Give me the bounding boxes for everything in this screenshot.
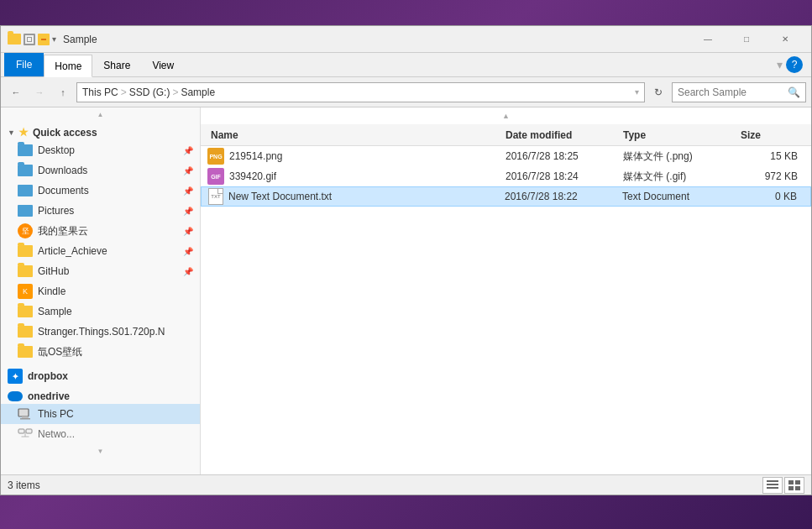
file-name-1: 219514.png	[229, 150, 282, 162]
thispc-icon	[18, 406, 33, 422]
sidebar-item-desktop[interactable]: Desktop 📌	[1, 140, 200, 160]
sidebar-item-thispc[interactable]: This PC	[1, 404, 200, 424]
help-button[interactable]: ?	[786, 56, 803, 73]
pin-icon-downloads: 📌	[183, 166, 193, 175]
svg-rect-2	[20, 418, 30, 420]
forward-button[interactable]: →	[29, 82, 50, 102]
file-name-cell-1: PNG 219514.png	[207, 148, 502, 165]
search-icon[interactable]: 🔍	[788, 86, 800, 98]
network-icon	[18, 427, 33, 442]
sidebar-item-sample[interactable]: Sample	[1, 301, 200, 322]
quick-access-chevron: ▼	[8, 128, 15, 137]
tab-share[interactable]: Share	[92, 55, 141, 76]
up-button[interactable]: ↑	[53, 82, 73, 102]
svg-rect-1	[22, 416, 29, 418]
close-button[interactable]: ✕	[766, 26, 804, 53]
sidebar-item-article-achieve[interactable]: Article_Achieve 📌	[1, 241, 200, 261]
breadcrumb-item-sample[interactable]: Sample	[181, 86, 215, 98]
preview-view-button[interactable]	[784, 477, 804, 494]
file-list: ▲ Name Date modified Type Size PNG 21951…	[201, 107, 811, 474]
sidebar-item-kindle[interactable]: K Kindle	[1, 281, 200, 301]
tab-view[interactable]: View	[141, 55, 185, 76]
file-name-3: New Text Document.txt	[228, 191, 332, 202]
article-achieve-folder-icon	[18, 244, 33, 259]
pin-icon-nutscloud: 📌	[183, 227, 193, 236]
sidebar-item-pictures[interactable]: Pictures 📌	[1, 201, 200, 221]
pin-icon-pictures: 📌	[183, 207, 193, 216]
sidebar-item-stranger[interactable]: Stranger.Things.S01.720p.N	[1, 322, 200, 342]
refresh-button[interactable]: ↻	[648, 82, 668, 102]
sidebar-item-qios-label: 氙OS壁纸	[38, 345, 82, 359]
nutscloud-icon: 坚	[18, 223, 33, 238]
stranger-folder-icon	[18, 324, 33, 339]
sidebar-item-github[interactable]: GitHub 📌	[1, 261, 200, 281]
back-button[interactable]: ←	[6, 82, 26, 102]
col-size[interactable]: Size	[737, 129, 804, 141]
desktop-folder-icon	[18, 143, 33, 158]
table-row[interactable]: GIF 339420.gif 2016/7/28 18:24 媒体文件 (.gi…	[201, 166, 811, 186]
file-size-2: 972 KB	[737, 170, 804, 182]
svg-rect-12	[788, 486, 794, 490]
table-row[interactable]: TXT New Text Document.txt 2016/7/28 18:2…	[201, 186, 811, 207]
col-type[interactable]: Type	[620, 129, 737, 141]
ribbon-collapse-button[interactable]: ▾	[777, 58, 783, 71]
table-row[interactable]: PNG 219514.png 2016/7/28 18:25 媒体文件 (.pn…	[201, 146, 811, 166]
address-bar: ← → ↑ This PC > SSD (G:) > Sample ▾ ↻ 🔍	[1, 77, 811, 107]
sidebar-item-downloads[interactable]: Downloads 📌	[1, 160, 200, 181]
github-folder-icon	[18, 264, 33, 279]
file-date-1: 2016/7/28 18:25	[502, 150, 620, 162]
quick-access-header[interactable]: ▼ ★ Quick access	[1, 123, 200, 140]
file-list-scroll-up: ▲	[201, 107, 811, 124]
col-date[interactable]: Date modified	[502, 129, 620, 141]
view-buttons	[762, 477, 804, 494]
onedrive-header[interactable]: onedrive	[1, 387, 200, 404]
file-name-2: 339420.gif	[229, 170, 276, 182]
file-type-1: 媒体文件 (.png)	[620, 149, 737, 164]
sidebar-item-qios[interactable]: 氙OS壁纸	[1, 342, 200, 362]
dropbox-icon: ✦	[8, 369, 23, 384]
details-view-button[interactable]	[762, 477, 783, 494]
file-size-1: 15 KB	[737, 150, 804, 162]
onedrive-icon	[8, 391, 23, 401]
sidebar-item-sample-label: Sample	[38, 306, 72, 317]
window-title: Sample	[63, 34, 689, 45]
breadcrumb-item-ssd[interactable]: SSD (G:)	[129, 86, 170, 98]
file-size-3: 0 KB	[736, 191, 804, 202]
breadcrumb[interactable]: This PC > SSD (G:) > Sample ▾	[76, 82, 645, 102]
breadcrumb-item-thispc[interactable]: This PC	[82, 86, 118, 98]
file-name-cell-2: GIF 339420.gif	[207, 168, 502, 185]
pictures-folder-icon	[18, 203, 33, 218]
sidebar-item-documents[interactable]: Documents 📌	[1, 181, 200, 201]
sidebar-item-nutscloud-label: 我的坚果云	[38, 224, 88, 238]
sidebar-item-network[interactable]: Netwo...	[1, 424, 200, 444]
scroll-up-indicator: ▲	[1, 107, 200, 121]
svg-rect-0	[18, 409, 29, 416]
file-date-3: 2016/7/28 18:22	[501, 191, 619, 202]
maximize-button[interactable]: □	[727, 26, 766, 53]
file-name-cell-3: TXT New Text Document.txt	[208, 188, 501, 205]
sidebar: ▲ ▼ ★ Quick access Desktop 📌 Downloads �	[1, 107, 201, 474]
minimize-button[interactable]: —	[689, 26, 727, 53]
gif-icon: GIF	[207, 168, 224, 185]
pin-icon-article: 📌	[183, 247, 193, 256]
tab-file[interactable]: File	[4, 53, 44, 76]
search-box[interactable]: 🔍	[672, 82, 806, 102]
search-input[interactable]	[678, 86, 784, 98]
dropbox-header[interactable]: ✦ dropbox	[1, 365, 200, 385]
explorer-window: ▾ Sample — □ ✕ File Home Share View ▾ ? …	[0, 25, 812, 495]
address-dropdown[interactable]: ▾	[635, 87, 639, 97]
qios-folder-icon	[18, 344, 33, 359]
sidebar-item-nutscloud[interactable]: 坚 我的坚果云 📌	[1, 221, 200, 241]
sidebar-item-stranger-label: Stranger.Things.S01.720p.N	[38, 326, 165, 338]
scroll-down-indicator: ▼	[1, 444, 200, 458]
sidebar-item-desktop-label: Desktop	[38, 144, 75, 156]
col-name[interactable]: Name	[207, 129, 502, 141]
file-list-header: Name Date modified Type Size	[201, 124, 811, 146]
sidebar-item-article-achieve-label: Article_Achieve	[38, 245, 107, 257]
tab-home[interactable]: Home	[44, 55, 92, 77]
downloads-folder-icon	[18, 163, 33, 178]
svg-rect-3	[18, 429, 24, 433]
breadcrumb-sep-1: >	[121, 86, 127, 98]
svg-rect-4	[26, 429, 32, 433]
svg-rect-9	[767, 487, 778, 489]
